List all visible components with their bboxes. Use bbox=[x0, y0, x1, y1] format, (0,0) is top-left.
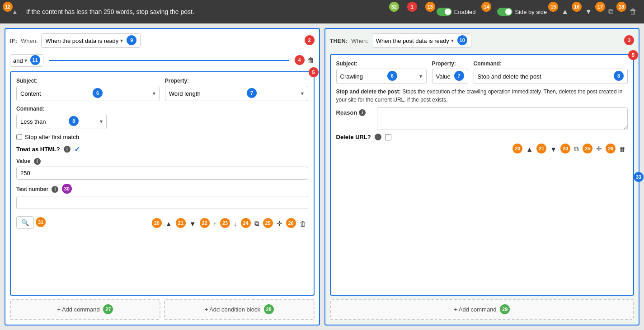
badge-29: 29 bbox=[500, 304, 510, 314]
badge-16: 16 bbox=[572, 2, 582, 12]
when-select-right[interactable]: When the post data is ready ▾ 10 bbox=[372, 33, 471, 48]
subject-select-right[interactable]: Crawling 6 ▾ bbox=[336, 69, 427, 84]
add-command-button-left[interactable]: + Add command 27 bbox=[10, 299, 160, 320]
delete-url-info-icon[interactable]: i bbox=[375, 134, 381, 140]
badge-1: 1 bbox=[407, 2, 417, 12]
reason-textarea[interactable] bbox=[377, 107, 628, 130]
col-headers: Subject: Property: Command: bbox=[336, 60, 628, 67]
move-down-button[interactable]: ▼ bbox=[583, 7, 594, 17]
badge-15: 15 bbox=[548, 2, 558, 12]
value-input[interactable] bbox=[16, 167, 308, 180]
value-info-icon[interactable]: i bbox=[34, 158, 41, 165]
badge-8-left: 8 bbox=[69, 116, 79, 126]
and-row: and ▾ 11 4 🗑 bbox=[10, 54, 315, 67]
subject-select[interactable]: Content 6 ▾ bbox=[16, 86, 160, 101]
move-up-then-button[interactable]: ▲ bbox=[524, 144, 535, 154]
subject-chevron-icon: ▾ bbox=[153, 90, 155, 97]
stop-after-match-checkbox[interactable] bbox=[16, 134, 22, 140]
condition-action-buttons: 20 ▲ 21 ▼ 22 ↑ 23 ↓ 24 ⧉ 25 ✛ 26 🗑 bbox=[152, 218, 308, 228]
then-action-buttons: 20 ▲ 21 ▼ 24 ⧉ 25 ✛ 26 🗑 bbox=[336, 144, 628, 154]
right-panel: THEN: When: When the post data is ready … bbox=[324, 28, 640, 325]
add-command-button-right[interactable]: + Add command 29 bbox=[330, 299, 635, 320]
search-button[interactable]: 🔍 bbox=[16, 216, 34, 229]
move-up-button[interactable]: ▲ bbox=[559, 7, 570, 17]
badge-28: 28 bbox=[264, 304, 274, 314]
badge-5-left: 5 bbox=[309, 67, 319, 77]
property-group: Property: Word length 7 ▾ bbox=[165, 78, 308, 101]
badge-20-right: 20 bbox=[512, 144, 522, 153]
side-by-side-label: Side by side bbox=[515, 9, 547, 15]
command-label-left: Command: bbox=[16, 106, 308, 112]
drag-then-button[interactable]: ✛ bbox=[594, 144, 604, 154]
reason-row: Reason i bbox=[336, 107, 628, 130]
badge-18: 18 bbox=[616, 2, 626, 12]
delete-condition-button[interactable]: 🗑 bbox=[307, 56, 315, 65]
copy-rule-button[interactable]: ⧉ bbox=[606, 7, 615, 17]
treat-html-label: Treat as HTML? bbox=[16, 146, 60, 153]
copy-condition-button[interactable]: ⧉ bbox=[253, 218, 261, 228]
value-label: Value i bbox=[16, 158, 308, 165]
badge-30: 30 bbox=[62, 184, 72, 194]
enabled-toggle[interactable] bbox=[437, 8, 452, 16]
drag-condition-button[interactable]: ✛ bbox=[275, 218, 284, 228]
copy-then-button[interactable]: ⧉ bbox=[572, 144, 581, 154]
badge-11: 11 bbox=[30, 55, 40, 65]
command-select-right[interactable]: Stop and delete the post 8 bbox=[474, 69, 628, 84]
delete-rule-button[interactable]: 🗑 bbox=[628, 7, 639, 17]
col-property-header: Property: bbox=[432, 60, 468, 67]
move-down-then-button[interactable]: ▼ bbox=[548, 144, 559, 154]
when-dropdown-icon-left: ▾ bbox=[120, 37, 123, 44]
badge-21-right: 21 bbox=[536, 144, 546, 153]
side-by-side-toggle[interactable] bbox=[497, 8, 512, 16]
move-up-condition-button[interactable]: ▲ bbox=[164, 219, 174, 228]
when-value-right: When the post data is ready bbox=[376, 37, 449, 44]
col-command-header: Command: bbox=[474, 60, 628, 67]
badge-12: 12 bbox=[3, 2, 13, 12]
property-chevron-icon: ▾ bbox=[301, 90, 304, 97]
subject-chevron-right: ▾ bbox=[419, 73, 422, 79]
delete-condition-block-button[interactable]: 🗑 bbox=[298, 219, 308, 228]
test-number-label: Test number i 30 bbox=[16, 184, 308, 194]
delete-url-row: Delete URL? i bbox=[336, 134, 628, 140]
move-after-button[interactable]: ↓ bbox=[232, 219, 239, 228]
and-select[interactable]: and ▾ 11 bbox=[10, 54, 43, 67]
add-condition-block-button[interactable]: + Add condition block 28 bbox=[164, 299, 315, 320]
badge-6-right: 6 bbox=[387, 71, 397, 81]
enabled-label: Enabled bbox=[454, 9, 476, 15]
condition-block: 5 Subject: Content 6 ▾ Property: Word le… bbox=[10, 71, 315, 296]
command-chevron-icon-left: ▾ bbox=[100, 118, 103, 125]
badge-23-left: 23 bbox=[220, 218, 230, 228]
test-number-input[interactable] bbox=[16, 196, 308, 209]
enabled-toggle-wrap[interactable]: Enabled bbox=[437, 8, 476, 16]
badge-22-left: 22 bbox=[200, 218, 210, 228]
delete-url-checkbox[interactable] bbox=[385, 134, 391, 140]
value-row: Value i bbox=[16, 158, 308, 180]
badge-27: 27 bbox=[103, 304, 113, 314]
main-content: IF: When: When the post data is ready ▾ … bbox=[0, 23, 644, 330]
subject-value-right: Crawling bbox=[340, 73, 363, 80]
badge-24-left: 24 bbox=[241, 218, 251, 228]
badge-7-right: 7 bbox=[454, 71, 464, 81]
badge-20-left: 20 bbox=[152, 218, 162, 228]
badge-10: 10 bbox=[457, 35, 467, 45]
when-select-left[interactable]: When the post data is ready ▾ 9 bbox=[41, 33, 141, 48]
command-select-left[interactable]: Less than 8 ▾ bbox=[16, 114, 107, 129]
when-dropdown-icon-right: ▾ bbox=[451, 37, 454, 44]
property-select-right[interactable]: Value 7 bbox=[432, 69, 468, 84]
property-value-right: Value bbox=[436, 73, 451, 80]
property-select[interactable]: Word length 7 ▾ bbox=[165, 86, 308, 101]
move-down-condition-button[interactable]: ▼ bbox=[188, 219, 198, 228]
side-by-side-toggle-wrap[interactable]: Side by side bbox=[497, 8, 547, 16]
top-controls: 13 Enabled 14 Side by side 15 ▲ 16 ▼ bbox=[430, 7, 639, 17]
if-label: IF: bbox=[10, 37, 17, 44]
badge-21-left: 21 bbox=[176, 218, 186, 228]
badge-13: 13 bbox=[425, 2, 435, 12]
move-before-button[interactable]: ↑ bbox=[212, 219, 219, 228]
badge-33-right: 33 bbox=[634, 172, 644, 182]
test-number-info-icon[interactable]: i bbox=[52, 186, 58, 193]
when-value-left: When the post data is ready bbox=[45, 37, 118, 44]
treat-html-info-icon[interactable]: i bbox=[64, 146, 71, 153]
reason-info-icon[interactable]: i bbox=[359, 109, 366, 116]
command-row-left: Command: Less than 8 ▾ bbox=[16, 106, 308, 129]
delete-then-button[interactable]: 🗑 bbox=[617, 144, 628, 154]
